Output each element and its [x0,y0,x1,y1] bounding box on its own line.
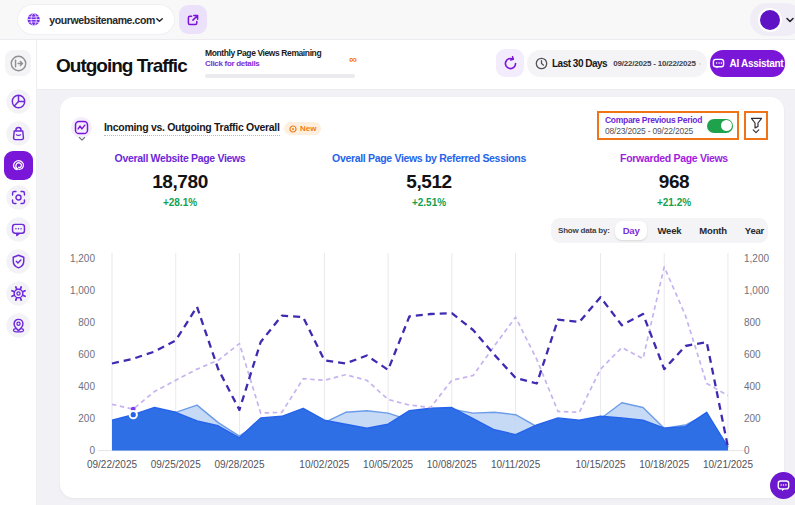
globe-icon [26,11,41,28]
y-axis-label: 1,000 [70,285,95,296]
card-title: Incoming vs. Outgoing Traffic Overall [104,121,280,136]
sidebar-item-orders[interactable] [4,119,33,148]
quota-details-link[interactable]: Click for details [205,59,357,68]
sidebar-item-traffic[interactable] [4,151,33,180]
chat-bubble-icon [776,478,791,493]
new-badge-label: New [300,124,316,133]
tab-week[interactable]: Week [649,221,689,240]
page-header: Outgoing Traffic Monthly Page Views Rema… [37,40,795,90]
metric-label: Overall Website Page Views [80,152,280,164]
y-axis-label: 400 [78,381,95,392]
x-axis-label: 10/15/2025 [575,459,625,470]
chevron-down-icon [699,60,701,68]
metric-change: +28.1% [80,197,280,208]
toggle-knob [721,120,732,131]
swirl-icon [10,157,27,174]
metric-label: Forwarded Page Views [574,152,774,164]
y-axis-label-right: 1,200 [744,253,769,264]
chat-fab[interactable] [770,472,795,499]
new-badge-icon [289,125,297,133]
compare-title: Compare Previous Period [605,115,707,125]
y-axis-label: 800 [78,317,95,328]
quota-progress-bar [205,74,355,78]
traffic-card: Incoming vs. Outgoing Traffic Overall Ne… [60,97,784,498]
metric-referred-sessions: Overall Page Views by Referred Sessions … [299,152,559,208]
website-name: yourwebsitename.com [49,14,155,26]
location-pin-icon [10,317,27,334]
main-content: Incoming vs. Outgoing Traffic Overall Ne… [37,90,795,505]
pie-chart-icon [10,93,27,110]
sidebar-item-settings[interactable] [4,279,33,308]
show-data-by-control: Show data by: Day Week Month Year [551,218,768,243]
metric-value: 18,780 [80,171,280,193]
compare-previous-period: Compare Previous Period 08/23/2025 - 09/… [597,111,739,140]
range-label: Last 30 Days [552,58,607,69]
x-axis-label: 10/21/2025 [703,459,753,470]
ai-assistant-label: AI Assistant [730,58,784,69]
y-axis-label-right: 600 [744,349,761,360]
filter-button[interactable] [744,111,768,140]
funnel-icon [750,117,763,129]
collapse-arrow-icon [9,54,28,73]
chevron-down-icon [155,15,164,25]
x-axis-label: 09/22/2025 [87,459,137,470]
ai-chat-icon [712,57,725,70]
metric-label: Overall Page Views by Referred Sessions [299,152,559,164]
y-axis-label-right: 400 [744,381,761,392]
bag-icon [10,125,27,142]
page-title: Outgoing Traffic [56,55,187,77]
x-axis-label: 09/28/2025 [214,459,264,470]
chat-bubble-icon [10,221,27,238]
x-axis-label: 10/11/2025 [491,459,541,470]
clock-icon [535,57,548,70]
tab-day[interactable]: Day [615,221,648,240]
chart-widget-icon[interactable] [71,117,92,138]
metric-change: +21.2% [574,197,774,208]
y-axis-label-right: 0 [744,445,750,456]
y-axis-label-right: 800 [744,317,761,328]
x-axis-label: 10/02/2025 [299,459,349,470]
gear-icon [10,285,27,302]
date-range-picker[interactable]: Last 30 Days 09/22/2025 - 10/22/2025 [527,50,707,77]
compare-toggle[interactable] [707,119,733,133]
open-website-button[interactable] [179,5,207,34]
sidebar-collapse-button[interactable] [5,50,31,76]
tab-year[interactable]: Year [737,221,772,240]
metric-change: +2.51% [299,197,559,208]
sidebar-item-locations[interactable] [4,311,33,340]
x-axis-label: 10/18/2025 [639,459,689,470]
ai-assistant-button[interactable]: AI Assistant [710,50,785,77]
sidebar-item-messages[interactable] [4,215,33,244]
tab-month[interactable]: Month [691,221,735,240]
external-link-icon [186,13,200,27]
infinity-icon: ∞ [349,55,357,63]
refresh-icon [503,56,518,71]
monthly-quota: Monthly Page Views Remaining Click for d… [205,48,357,78]
chevron-down-icon[interactable] [78,136,86,142]
y-axis-label: 200 [78,413,95,424]
sidebar [0,40,37,505]
sidebar-item-dashboard[interactable] [4,87,33,116]
shield-check-icon [10,253,27,270]
y-axis-label-right: 1,000 [744,285,769,296]
website-selector[interactable]: yourwebsitename.com [18,5,174,34]
y-axis-label: 0 [89,445,95,456]
focus-target-icon [10,189,27,206]
sidebar-item-tracking[interactable] [4,183,33,212]
chevron-down-icon [785,15,795,25]
avatar [758,8,782,32]
account-menu[interactable] [750,3,795,36]
metric-forwarded-page-views: Forwarded Page Views 968 +21.2% [574,152,774,208]
metric-overall-website-page-views: Overall Website Page Views 18,780 +28.1% [80,152,280,208]
sidebar-item-security[interactable] [4,247,33,276]
x-axis-label: 10/08/2025 [427,459,477,470]
metric-value: 968 [574,171,774,193]
x-axis-label: 10/05/2025 [363,459,413,470]
y-axis-label: 1,200 [70,253,95,264]
refresh-button[interactable] [496,49,524,77]
traffic-chart[interactable]: 002002004004006006008008001,0001,0001,20… [60,245,784,490]
monthly-quota-title: Monthly Page Views Remaining [205,48,357,58]
chart-area: 002002004004006006008008001,0001,0001,20… [60,245,784,490]
marker-dot [131,412,136,417]
metric-value: 5,512 [299,171,559,193]
